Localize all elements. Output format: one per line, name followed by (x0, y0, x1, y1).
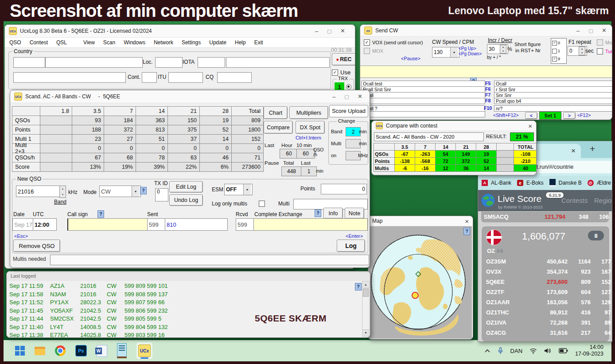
score-titlebar[interactable]: UCx Scand. AC - All Bands - CW - 5Q6EE –… (10, 90, 370, 103)
battery-icon[interactable] (559, 348, 568, 353)
sendcw-titlebar[interactable]: cx Send CW – ▢ × (360, 25, 612, 37)
macro-f4-field[interactable] (361, 98, 485, 104)
dx-spot-button[interactable]: DX Spot (296, 121, 325, 134)
spin-up-icon[interactable]: ▲ (579, 47, 585, 51)
bookmark-aeldre[interactable]: Ældre (597, 180, 611, 186)
close-icon[interactable]: × (341, 27, 345, 35)
macro-f1-field[interactable]: Ocall test (361, 81, 485, 87)
log-entry[interactable]: Sep 17 11:58N3AM21016CW599 808 599 137 (9, 290, 355, 299)
log-entry[interactable]: Sep 17 11:59AZ1A21016CW599 809 599 101 (9, 282, 355, 290)
chevron-down-icon[interactable]: ▼ (243, 184, 251, 195)
log-entry[interactable]: Sep 17 11:38E77EA14025.8CW599 803 599 16 (9, 331, 355, 338)
file-explorer-icon[interactable] (35, 347, 45, 355)
esm-select[interactable]: OFF ▼ (224, 184, 253, 195)
menu-settings[interactable]: Settings (182, 39, 201, 46)
menu-update[interactable]: Update (209, 39, 226, 46)
sf9-checkbox[interactable]: ✓ (552, 57, 557, 62)
minimize-icon[interactable]: – (576, 28, 580, 34)
macro-f7-field[interactable]: Snr Snr (494, 92, 612, 98)
menu-qso[interactable]: QSO (9, 39, 21, 46)
score-upload-button[interactable]: Score Upload (329, 105, 368, 117)
menu-contest[interactable]: Contest (30, 39, 48, 46)
clock-date[interactable]: 17-09-2023 (575, 351, 603, 357)
compare-titlebar[interactable]: UCx Compare with contest × (372, 121, 536, 131)
macro-f9-field[interactable]: Ocall ? (361, 105, 485, 112)
vox-checkbox[interactable]: ✓ VOX (send until cursor) (364, 39, 423, 46)
change-band-value[interactable]: 2 (346, 127, 361, 136)
compare-button[interactable]: Compare (264, 121, 293, 134)
tune-checkbox[interactable]: Tune (597, 48, 612, 54)
use-trx-checkbox[interactable]: ✓ Use (332, 69, 350, 76)
microphone-icon[interactable] (498, 347, 503, 355)
iota-field[interactable] (198, 57, 225, 68)
bookmark-al-bank[interactable]: AL-Bank (491, 180, 511, 186)
new-tab-icon[interactable]: + (590, 143, 595, 154)
macro-f2-field[interactable]: Pcall Srst Snr (361, 86, 485, 93)
score-row[interactable]: OZ2TF173,609604127 (483, 287, 607, 297)
region-field[interactable] (13, 72, 126, 83)
lastlog-scrollbar[interactable]: ▲ ▼ (362, 281, 370, 337)
nav-contests[interactable]: Contests (561, 197, 588, 204)
mode-select[interactable]: CW ▼ (99, 186, 141, 197)
macro-set-prev-button[interactable]: < (525, 112, 537, 119)
change-multi-value[interactable] (346, 139, 361, 148)
macro-f3-field[interactable]: Ocall (361, 92, 485, 98)
spin-down-icon[interactable]: ▼ (500, 49, 506, 53)
sf1-checkbox[interactable] (552, 49, 557, 54)
close-icon[interactable]: × (602, 27, 606, 34)
wifi-icon[interactable] (529, 348, 537, 354)
country-prefix-field[interactable] (13, 57, 45, 68)
menu-view[interactable]: View (83, 39, 95, 46)
iota-name-field[interactable] (226, 57, 330, 68)
vox-check-icon[interactable]: ✓ (364, 39, 370, 46)
f1-repeat-field[interactable]: 0 ▲ ▼ (568, 46, 587, 56)
help-icon[interactable]: ? (463, 228, 470, 235)
maximize-icon[interactable]: ▢ (344, 94, 349, 99)
score-row[interactable]: OZ1IVA72,26839189 (483, 318, 607, 328)
help-icon[interactable]: ? (355, 283, 362, 290)
score-row-own[interactable]: 5Q6EE273,600809152 (483, 277, 607, 287)
mode-help-icon[interactable]: ? (140, 187, 147, 194)
speaker-icon[interactable] (544, 348, 552, 354)
menu-windows[interactable]: Windows (124, 39, 145, 46)
frequency-field[interactable]: 21016 (16, 186, 63, 197)
lastlog-list[interactable]: Sep 17 11:59AZ1A21016CW599 809 599 101 S… (9, 282, 355, 338)
sent-number-field[interactable]: 810 (165, 218, 228, 231)
macro-f11-field[interactable] (361, 111, 485, 117)
sf0-checkbox[interactable]: ✓ (552, 41, 557, 46)
mox-checkbox[interactable]: MOX (364, 48, 383, 54)
azimuthal-map[interactable] (368, 226, 472, 339)
bookmark-danske-bank[interactable]: Danske B (559, 180, 582, 186)
main-titlebar[interactable]: UCx UcxLog 8.30 Beta 6 - 5Q6EE - OZ2I - … (5, 25, 355, 38)
notepad-icon[interactable] (117, 343, 127, 358)
menu-qsl[interactable]: QSL (56, 39, 67, 46)
macro-set-next-button[interactable]: > (563, 112, 576, 119)
mox-check-icon[interactable] (364, 48, 370, 54)
monitor-checkbox[interactable]: Monitor (597, 39, 612, 46)
compare-contest-field[interactable]: Scand. AC - All Bands - CW - 2020 (374, 132, 484, 141)
use-checkbox-icon[interactable]: ✓ (332, 70, 338, 76)
spin-up-icon[interactable]: ▲ (60, 186, 66, 192)
tab-close-icon[interactable]: × (571, 147, 576, 155)
score-row[interactable]: OV3X354,374923167 (483, 267, 607, 277)
macro-f6-field[interactable]: r Srst Snr (494, 86, 612, 93)
close-icon[interactable]: × (465, 218, 469, 225)
clock-time[interactable]: 14:00 (575, 344, 603, 351)
chevron-down-icon[interactable]: ▼ (450, 47, 458, 57)
score-card-sm5acq[interactable]: SM5ACQ 121,794 348 106 (481, 211, 609, 223)
note-button[interactable]: Note (345, 208, 364, 219)
callsign-input[interactable] (67, 218, 149, 231)
word-icon[interactable]: W (97, 345, 107, 357)
log-entry[interactable]: Sep 17 11:40LY4T14008.5CW599 804 599 132 (9, 323, 355, 332)
macro-f10-field[interactable]: nr? (494, 105, 612, 112)
txid-field[interactable]: 0 (155, 188, 168, 201)
spin-down-icon[interactable]: ▼ (60, 192, 66, 197)
bookmark-e-boks[interactable]: E-Boks (526, 180, 544, 186)
cq-field[interactable] (217, 72, 252, 83)
incr-spinner[interactable]: ▲ ▼ (500, 45, 506, 54)
info-button[interactable]: Info (323, 208, 343, 219)
callsign-help-icon[interactable]: ? (97, 210, 104, 218)
frequency-spinner[interactable]: ▲ ▼ (59, 186, 66, 198)
photoshop-icon[interactable]: Ps (75, 345, 87, 356)
loc-field[interactable] (155, 57, 183, 68)
